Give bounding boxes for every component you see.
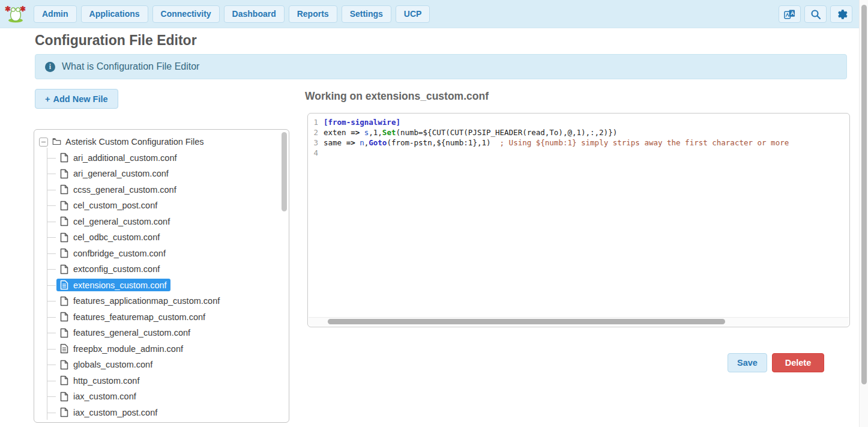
tree-item-label: http_custom.conf	[73, 376, 139, 386]
code-token: (numb=${CUT(CUT(PJSIP_HEADER(read,To),@,…	[396, 127, 617, 138]
code-editor[interactable]: 1[from-signalwire]2exten => s,1,Set(numb…	[307, 113, 850, 327]
tree-item-link[interactable]: cel_custom_post.conf	[56, 199, 161, 212]
line-number: 4	[308, 148, 324, 158]
code-token	[355, 138, 360, 148]
file-icon	[60, 264, 69, 274]
tree-item-link[interactable]: http_custom.conf	[56, 374, 143, 387]
tree-item: ccss_general_custom.conf	[39, 182, 280, 198]
nav-tab-reports[interactable]: Reports	[289, 5, 337, 23]
code-line: 2exten => s,1,Set(numb=${CUT(CUT(PJSIP_H…	[308, 127, 849, 138]
tree-root: Asterisk Custom Configuration Files	[39, 134, 280, 150]
code-token: n	[360, 138, 364, 148]
tree-item: cel_custom_post.conf	[39, 198, 280, 214]
gear-icon	[836, 8, 848, 20]
folder-icon	[52, 137, 61, 147]
info-icon: i	[45, 62, 55, 72]
add-new-file-label: Add New File	[53, 94, 107, 104]
tree-item: ari_general_custom.conf	[39, 166, 280, 182]
file-icon	[60, 169, 69, 179]
tree-item: features_featuremap_custom.conf	[39, 309, 280, 326]
code-token	[491, 138, 500, 148]
navbar-right-icons: A	[779, 5, 852, 23]
tree-item-label: confbridge_custom.conf	[73, 249, 166, 258]
nav-tab-connectivity[interactable]: Connectivity	[152, 5, 220, 23]
file-icon	[60, 201, 69, 211]
tree-item-link[interactable]: iax_custom.conf	[56, 390, 140, 403]
tree-item-label: cel_odbc_custom.conf	[73, 232, 160, 242]
save-button[interactable]: Save	[728, 353, 767, 372]
tree-item-link[interactable]: ari_general_custom.conf	[56, 168, 172, 180]
tree-scrollbar-thumb[interactable]	[282, 132, 287, 211]
tree-item: iax_general_custom.conf	[39, 420, 280, 423]
nav-tab-ucp[interactable]: UCP	[396, 5, 430, 23]
code-token: (from-pstn,${numb:1},1)	[387, 138, 490, 148]
code-token: Goto	[369, 138, 387, 148]
tree-item-label: features_general_custom.conf	[73, 328, 190, 338]
search-button[interactable]	[804, 5, 827, 23]
tree-item-link[interactable]: globals_custom.conf	[56, 359, 156, 371]
tree-item-label: cel_general_custom.conf	[73, 217, 170, 226]
tree-item-label: freepbx_module_admin.conf	[73, 344, 183, 354]
tree-item-link[interactable]: ari_additional_custom.conf	[56, 151, 181, 164]
page-scrollbar-thumb[interactable]	[861, 5, 867, 384]
line-number: 3	[308, 138, 324, 148]
add-new-file-button[interactable]: + Add New File	[35, 89, 118, 109]
tree-item-label: iax_custom_post.conf	[73, 408, 157, 417]
tree-item-link[interactable]: features_general_custom.conf	[56, 327, 194, 339]
gear-button[interactable]	[830, 5, 852, 23]
file-icon	[60, 312, 69, 322]
plus-icon: +	[45, 94, 50, 104]
tree-item-link[interactable]: iax_custom_post.conf	[56, 406, 161, 419]
tree-item-link[interactable]: iax_general_custom.conf	[56, 422, 173, 423]
tree-item-label: extensions_custom.conf	[73, 280, 167, 290]
tree-item: globals_custom.conf	[39, 357, 280, 373]
collapse-expander-icon[interactable]	[39, 138, 48, 147]
code-area[interactable]: 1[from-signalwire]2exten => s,1,Set(numb…	[308, 117, 849, 316]
code-token: ; Using ${numb:1} simply strips away the…	[500, 138, 789, 148]
file-text-icon	[60, 344, 69, 354]
nav-tab-dashboard[interactable]: Dashboard	[224, 5, 285, 23]
tree-item-link[interactable]: extconfig_custom.conf	[56, 263, 163, 276]
code-token: =>	[351, 127, 360, 138]
config-file-tree-panel: Asterisk Custom Configuration Filesari_a…	[34, 129, 289, 423]
translate-button[interactable]: A	[779, 5, 801, 23]
tree-item: extensions_custom.conf	[39, 277, 280, 294]
tree-item-link[interactable]: freepbx_module_admin.conf	[56, 342, 187, 355]
tree-item-link[interactable]: extensions_custom.conf	[56, 279, 170, 291]
translate-icon: A	[784, 9, 795, 20]
code-line: 4	[308, 148, 849, 158]
tree-item: confbridge_custom.conf	[39, 246, 280, 262]
tree-item: iax_custom.conf	[39, 389, 280, 405]
nav-tab-applications[interactable]: Applications	[81, 5, 148, 23]
tree-item-label: extconfig_custom.conf	[73, 264, 160, 274]
nav-tab-settings[interactable]: Settings	[342, 5, 391, 23]
tree-item-link[interactable]: ccss_general_custom.conf	[56, 183, 180, 196]
editor-hscrollbar-track[interactable]	[309, 317, 849, 326]
freepbx-logo[interactable]: ✱ ✱	[4, 4, 28, 24]
tree-item: freepbx_module_admin.conf	[39, 341, 280, 357]
editor-hscrollbar-thumb[interactable]	[328, 319, 725, 324]
line-number: 2	[308, 127, 324, 138]
svg-text:✱: ✱	[20, 5, 26, 13]
code-token: exten	[324, 127, 351, 138]
file-icon	[60, 232, 69, 243]
page-scrollbar[interactable]	[859, 0, 868, 427]
delete-button[interactable]: Delete	[772, 353, 824, 372]
nav-tab-admin[interactable]: Admin	[34, 5, 77, 23]
file-icon	[60, 375, 69, 386]
tree-item-link[interactable]: confbridge_custom.conf	[56, 247, 169, 259]
tree-item: features_general_custom.conf	[39, 325, 280, 341]
tree-item-link[interactable]: features_featuremap_custom.conf	[56, 310, 209, 323]
code-token: =>	[346, 138, 355, 148]
tree-item-link[interactable]: features_applicationmap_custom.conf	[56, 295, 223, 307]
tree-item: ari_additional_custom.conf	[39, 150, 280, 166]
working-on-heading: Working on extensions_custom.conf	[305, 90, 489, 103]
frog-logo-icon: ✱ ✱	[5, 5, 26, 23]
tree-item-link[interactable]: cel_odbc_custom.conf	[56, 231, 163, 244]
code-token: ,1,	[369, 127, 382, 138]
tree-item: cel_odbc_custom.conf	[39, 229, 280, 246]
tree-item-link[interactable]: cel_general_custom.conf	[56, 215, 173, 228]
nav-tabs: AdminApplicationsConnectivityDashboardRe…	[34, 5, 430, 23]
code-line: 1[from-signalwire]	[308, 117, 849, 127]
info-alert[interactable]: i What is Configuration File Editor	[35, 54, 847, 79]
